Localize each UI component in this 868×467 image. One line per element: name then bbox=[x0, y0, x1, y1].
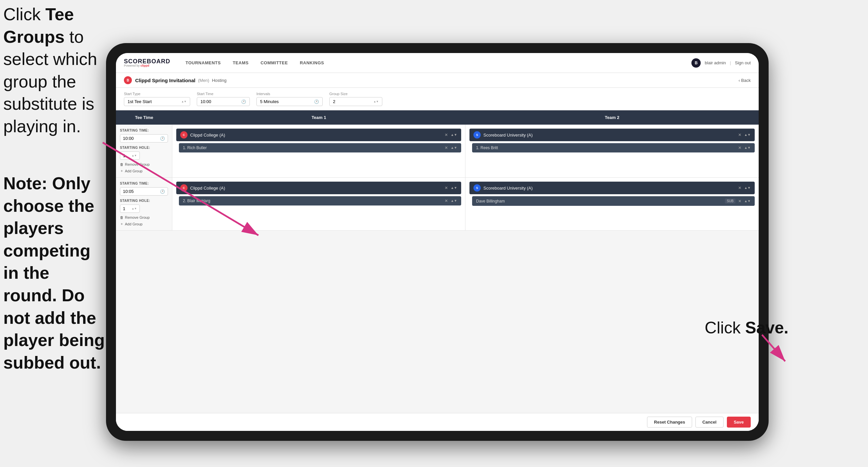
nav-signout[interactable]: Sign out bbox=[735, 60, 751, 65]
intervals-input[interactable]: 5 Minutes 🕐 bbox=[256, 97, 323, 106]
tee-groups-bold: Tee Groups bbox=[3, 5, 74, 47]
team2-name-1: Scoreboard University (A) bbox=[483, 133, 736, 138]
event-gender: (Men) bbox=[198, 78, 209, 83]
group-size-input[interactable]: 2 ▲▼ bbox=[329, 97, 382, 106]
player2-sub-badge: SUB bbox=[725, 199, 736, 204]
team2-logo-2: S bbox=[473, 184, 481, 192]
col-tee-time: Tee Time bbox=[116, 114, 172, 121]
player1-remove-2[interactable]: ✕ bbox=[444, 199, 448, 203]
logo-scoreboard: SCOREBOARD bbox=[124, 58, 170, 64]
save-arrow bbox=[696, 331, 795, 371]
team2-remove-1[interactable]: ✕ bbox=[738, 133, 741, 137]
start-type-field: Start Type 1st Tee Start ▲▼ bbox=[124, 92, 190, 106]
player1-arrows-1[interactable]: ▲▼ bbox=[451, 146, 457, 149]
table-header: Tee Time Team 1 Team 2 bbox=[116, 110, 759, 125]
logo-area: SCOREBOARD Powered by clippd bbox=[124, 58, 170, 67]
nav-teams[interactable]: TEAMS bbox=[227, 58, 254, 68]
event-name: Clippd Spring Invitational bbox=[135, 78, 195, 83]
start-type-label: Start Type bbox=[124, 92, 190, 96]
reset-changes-button[interactable]: Reset Changes bbox=[647, 417, 692, 428]
team2-arrows-2[interactable]: ▲▼ bbox=[744, 186, 751, 189]
player2-name-2: Dave Billingham bbox=[476, 199, 722, 204]
logo-powered: Powered by clippd bbox=[124, 64, 170, 67]
start-time-input[interactable]: 10:00 🕐 bbox=[197, 97, 250, 106]
click-save-instruction: Click Save. bbox=[705, 318, 788, 338]
nav-avatar: B bbox=[691, 58, 701, 68]
start-time-field: Start Time 10:00 🕐 bbox=[197, 92, 250, 106]
tee-groups-arrow bbox=[99, 133, 298, 249]
team2-col-2: S Scoreboard University (A) ✕ ▲▼ Dave Bi… bbox=[465, 178, 759, 230]
team2-remove-2[interactable]: ✕ bbox=[738, 185, 741, 190]
team1-arrows-2[interactable]: ▲▼ bbox=[451, 186, 457, 189]
cancel-button[interactable]: Cancel bbox=[695, 417, 723, 428]
team2-logo-1: S bbox=[473, 131, 481, 139]
save-button[interactable]: Save bbox=[727, 417, 751, 428]
player1-arrows-2[interactable]: ▲▼ bbox=[451, 199, 457, 203]
team1-arrows-1[interactable]: ▲▼ bbox=[451, 133, 457, 137]
starting-time-label-1: STARTING TIME: bbox=[120, 128, 149, 132]
team1-remove-2[interactable]: ✕ bbox=[444, 185, 448, 190]
sub-header-logo: B bbox=[124, 76, 132, 84]
nav-username: blair admin bbox=[705, 60, 726, 65]
note-text: Note: Only choose the players competing … bbox=[3, 172, 106, 374]
team2-arrows-1[interactable]: ▲▼ bbox=[744, 133, 751, 137]
back-button[interactable]: ‹ Back bbox=[739, 78, 751, 83]
nav-committee[interactable]: COMMITTEE bbox=[255, 58, 293, 68]
team2-col-1: S Scoreboard University (A) ✕ ▲▼ 1. Rees… bbox=[465, 125, 759, 177]
player2-entry-2[interactable]: Dave Billingham SUB ✕ ▲▼ bbox=[472, 196, 755, 206]
nav-right: B blair admin | Sign out bbox=[691, 58, 751, 68]
team1-remove-1[interactable]: ✕ bbox=[444, 133, 448, 137]
col-team1: Team 1 bbox=[172, 114, 465, 121]
hosting-label: Hosting bbox=[212, 78, 227, 83]
start-type-input[interactable]: 1st Tee Start ▲▼ bbox=[124, 97, 190, 106]
instruction-text: Click Tee Groups to select which group t… bbox=[3, 3, 106, 138]
svg-line-3 bbox=[762, 335, 785, 361]
player2-entry-1[interactable]: 1. Rees Britt ✕ ▲▼ bbox=[472, 143, 755, 152]
player2-remove-1[interactable]: ✕ bbox=[738, 146, 741, 150]
player2-arrows-2[interactable]: ▲▼ bbox=[744, 200, 751, 203]
intervals-field: Intervals 5 Minutes 🕐 bbox=[256, 92, 323, 106]
col-team2: Team 2 bbox=[465, 114, 759, 121]
nav-rankings[interactable]: RANKINGS bbox=[294, 58, 329, 68]
nav-tournaments[interactable]: TOURNAMENTS bbox=[180, 58, 226, 68]
team2-entry-2[interactable]: S Scoreboard University (A) ✕ ▲▼ bbox=[469, 182, 755, 194]
note-bold: Note: Only choose the players competing … bbox=[3, 174, 105, 372]
player2-remove-2[interactable]: ✕ bbox=[738, 199, 741, 204]
group-size-field: Group Size 2 ▲▼ bbox=[329, 92, 382, 106]
svg-line-1 bbox=[103, 143, 258, 235]
settings-row: Start Type 1st Tee Start ▲▼ Start Time 1… bbox=[116, 88, 759, 110]
start-time-label: Start Time bbox=[197, 92, 250, 96]
intervals-label: Intervals bbox=[256, 92, 323, 96]
group-size-label: Group Size bbox=[329, 92, 382, 96]
player2-name-1: 1. Rees Britt bbox=[476, 146, 736, 150]
team2-name-2: Scoreboard University (A) bbox=[483, 185, 736, 191]
team2-entry-1[interactable]: S Scoreboard University (A) ✕ ▲▼ bbox=[469, 128, 755, 141]
footer-bar: Reset Changes Cancel Save bbox=[116, 413, 759, 431]
navbar: SCOREBOARD Powered by clippd TOURNAMENTS… bbox=[116, 53, 759, 73]
sub-header: B Clippd Spring Invitational (Men) Hosti… bbox=[116, 73, 759, 88]
nav-items: TOURNAMENTS TEAMS COMMITTEE RANKINGS bbox=[180, 58, 691, 68]
player2-arrows-1[interactable]: ▲▼ bbox=[744, 146, 751, 149]
player1-remove-1[interactable]: ✕ bbox=[444, 146, 448, 150]
